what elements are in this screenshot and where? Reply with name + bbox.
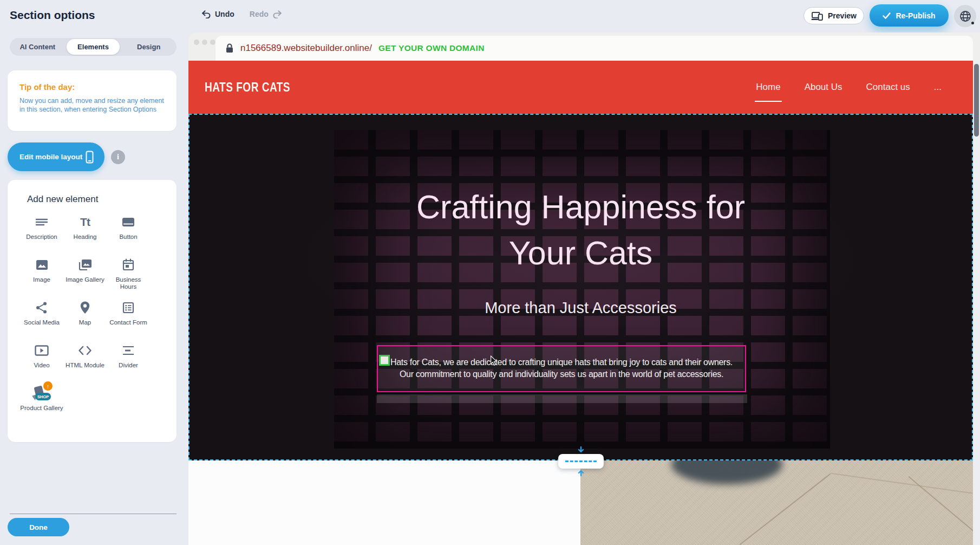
nav-home[interactable]: Home — [756, 82, 780, 93]
element-html-module[interactable]: HTML Module — [63, 342, 107, 385]
devices-icon — [811, 11, 823, 21]
element-social-media[interactable]: Social Media — [20, 299, 63, 342]
tip-body: Now you can add, move and resize any ele… — [19, 96, 167, 114]
hero-section-selected[interactable]: Crafting Happiness for Your Cats More th… — [188, 114, 973, 460]
add-new-element-card: Add new element Description Tt Heading B… — [8, 180, 177, 442]
preview-scrollbar — [973, 61, 980, 545]
section-options-sidebar: AI Content Elements Design Tip of the da… — [0, 0, 188, 545]
lock-icon — [225, 43, 234, 54]
site-nav: Home About Us Contact us ... — [756, 61, 942, 114]
element-business-hours[interactable]: Business Hours — [107, 256, 150, 299]
get-domain-link[interactable]: GET YOUR OWN DOMAIN — [378, 43, 485, 53]
product-gallery-icon: ↑ SHOP — [31, 385, 52, 402]
browser-url-bar[interactable]: n1566589.websitebuilder.online/ GET YOUR… — [215, 36, 973, 61]
image-icon — [35, 256, 49, 274]
site-url: n1566589.websitebuilder.online/ — [240, 43, 372, 54]
mouse-cursor — [490, 355, 498, 366]
social-media-icon — [35, 299, 48, 316]
element-product-gallery[interactable]: ↑ SHOP Product Gallery — [20, 385, 63, 427]
arrow-up-icon — [577, 469, 585, 476]
element-heading[interactable]: Tt Heading — [63, 213, 107, 256]
button-icon — [121, 213, 136, 231]
element-image[interactable]: Image — [20, 256, 63, 299]
site-logo[interactable]: HATS FOR CATS — [205, 80, 290, 95]
image-gallery-icon — [77, 256, 93, 274]
hero-subheading[interactable]: More than Just Accessories — [190, 299, 972, 317]
arrow-down-icon — [577, 446, 585, 454]
section-boundary-dash — [565, 460, 597, 462]
shop-badge: SHOP — [35, 393, 51, 400]
notification-dot — [971, 22, 974, 24]
edit-mobile-layout-button[interactable]: Edit mobile layout — [8, 142, 104, 171]
add-new-element-title: Add new element — [27, 194, 98, 205]
browser-dots — [194, 40, 215, 45]
business-hours-icon — [122, 256, 135, 274]
check-icon — [883, 12, 891, 19]
nav-about-us[interactable]: About Us — [805, 82, 842, 93]
html-module-icon — [77, 342, 93, 359]
floor-photo — [580, 460, 973, 545]
cat-shadow — [671, 460, 782, 484]
description-icon — [35, 213, 49, 231]
selected-text-element[interactable]: Hats for Cats, we are dedicated to craft… — [377, 345, 746, 392]
tab-elements[interactable]: Elements — [67, 39, 120, 55]
heading-icon: Tt — [80, 213, 90, 231]
scrollbar-thumb[interactable] — [974, 64, 979, 137]
site-header[interactable]: HATS FOR CATS Home About Us Contact us .… — [188, 61, 973, 114]
globe-icon — [959, 10, 972, 23]
nav-more-menu[interactable]: ... — [934, 82, 942, 93]
element-description[interactable]: Description — [20, 213, 63, 256]
element-grid: Description Tt Heading Button Image Imag… — [20, 213, 150, 427]
element-image-gallery[interactable]: Image Gallery — [63, 256, 107, 299]
undo-button[interactable]: Undo — [201, 10, 234, 18]
element-video[interactable]: Video — [20, 342, 63, 385]
element-hover-strip — [377, 394, 747, 403]
undo-icon — [201, 10, 211, 18]
sidebar-divider — [10, 514, 177, 514]
tip-title: Tip of the day: — [19, 82, 166, 92]
resize-handle-left[interactable] — [379, 355, 390, 366]
redo-button[interactable]: Redo — [250, 10, 282, 18]
preview-button[interactable]: Preview — [803, 7, 864, 24]
language-globe-button[interactable] — [954, 5, 976, 27]
element-contact-form[interactable]: Contact Form — [107, 299, 150, 342]
floor-grout-line — [830, 472, 973, 494]
video-icon — [34, 342, 49, 359]
nav-contact-us[interactable]: Contact us — [866, 82, 910, 93]
republish-button[interactable]: Re-Publish — [870, 4, 949, 27]
website-canvas: HATS FOR CATS Home About Us Contact us .… — [188, 61, 973, 545]
tip-of-the-day-card: Tip of the day: Now you can add, move an… — [8, 70, 177, 131]
tab-design[interactable]: Design — [122, 39, 175, 55]
element-button[interactable]: Button — [107, 213, 150, 256]
info-icon[interactable]: i — [111, 150, 125, 164]
tab-ai-content[interactable]: AI Content — [11, 39, 64, 55]
redo-icon — [272, 10, 282, 18]
done-button[interactable]: Done — [8, 518, 69, 536]
sidebar-tabs: AI Content Elements Design — [10, 38, 177, 56]
contact-form-icon — [122, 299, 135, 316]
upgrade-arrow-badge: ↑ — [43, 381, 53, 391]
section-resize-handle[interactable] — [558, 454, 604, 469]
floor-grout-line — [740, 473, 831, 545]
phone-icon — [86, 151, 94, 164]
element-divider[interactable]: Divider — [107, 342, 150, 385]
hero-body-text: Hats for Cats, we are dedicated to craft… — [378, 346, 745, 380]
hero-heading[interactable]: Crafting Happiness for Your Cats — [190, 184, 972, 276]
map-icon — [79, 299, 91, 316]
element-map[interactable]: Map — [63, 299, 107, 342]
divider-icon — [121, 342, 135, 359]
